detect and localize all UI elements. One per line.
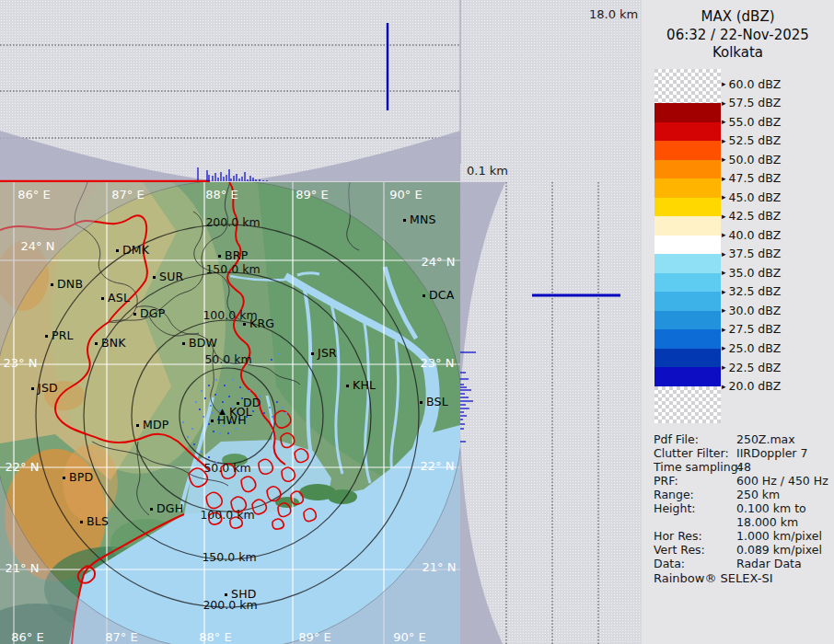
color-scale <box>654 69 721 423</box>
legend-tick-arrow-icon: ▸ <box>722 230 726 239</box>
legend-tick-arrow-icon: ▸ <box>722 98 726 108</box>
legend-color-block <box>654 273 721 293</box>
info-row-value: 600 Hz / 450 Hz <box>736 474 828 488</box>
info-row-value: IIRDoppler 7 <box>736 446 807 460</box>
legend-tick-label: ▸55.0 dBZ <box>722 115 781 129</box>
info-row-value: 18.000 km <box>736 515 798 529</box>
legend-tick-label: ▸45.0 dBZ <box>722 190 781 204</box>
legend-color-block <box>654 141 721 160</box>
legend-color-block <box>654 122 721 142</box>
legend-tick-arrow-icon: ▸ <box>722 117 726 126</box>
legend-color-block <box>654 178 721 198</box>
info-row-label: Hor Res: <box>654 529 702 543</box>
legend-panel: MAX (dBZ) 06:32 / 22-Nov-2025 Kolkata ▸6… <box>642 0 834 644</box>
legend-tick-arrow-icon: ▸ <box>722 343 726 352</box>
legend-block-below-range <box>654 386 721 423</box>
info-row-value: 250Z.max <box>736 432 795 446</box>
legend-tick-label: ▸42.5 dBZ <box>722 209 781 223</box>
radar-site-name: Kolkata <box>642 44 834 61</box>
legend-tick-arrow-icon: ▸ <box>722 249 726 259</box>
product-title: MAX (dBZ) <box>642 8 834 25</box>
legend-tick-label: ▸50.0 dBZ <box>722 153 781 167</box>
info-row-label: Clutter Filter: <box>654 446 729 460</box>
info-row-value: 0.089 km/pixel <box>736 543 822 557</box>
info-row-value: 48 <box>736 460 751 474</box>
info-row-value: 0.100 km to <box>736 501 806 515</box>
legend-tick-label: ▸60.0 dBZ <box>722 77 781 91</box>
product-datetime: 06:32 / 22-Nov-2025 <box>642 27 834 43</box>
legend-color-block <box>654 311 721 330</box>
info-row-value: 1.000 km/pixel <box>736 529 822 543</box>
legend-tick-label: ▸40.0 dBZ <box>722 228 781 242</box>
legend-tick-label: ▸47.5 dBZ <box>722 171 781 185</box>
legend-tick-arrow-icon: ▸ <box>722 136 726 145</box>
info-row-label: Time sampling: <box>654 460 742 474</box>
legend-tick-arrow-icon: ▸ <box>722 382 726 391</box>
legend-tick-arrow-icon: ▸ <box>722 79 726 88</box>
legend-color-block <box>654 292 721 311</box>
radar-application-window: MNSDMKBRPSURDNBASLDCADGPKRGPRLBNKBDWJSRK… <box>0 0 834 644</box>
info-row-label: Vert Res: <box>654 543 705 557</box>
legend-tick-arrow-icon: ▸ <box>722 325 726 334</box>
legend-tick-label: ▸27.5 dBZ <box>722 322 781 336</box>
legend-tick-arrow-icon: ▸ <box>722 155 726 164</box>
legend-tick-label: ▸22.5 dBZ <box>722 361 781 374</box>
legend-block-above-range <box>654 69 721 103</box>
legend-tick-arrow-icon: ▸ <box>722 174 726 183</box>
legend-tick-label: ▸32.5 dBZ <box>722 284 781 298</box>
info-row-label: PRF: <box>654 474 678 488</box>
legend-tick-arrow-icon: ▸ <box>722 268 726 277</box>
height-axis-origin-label: 0.1 km <box>467 165 508 178</box>
legend-color-block <box>654 254 721 273</box>
legend-color-block <box>654 349 721 368</box>
legend-color-block <box>654 367 721 386</box>
legend-tick-arrow-icon: ▸ <box>722 362 726 372</box>
legend-tick-arrow-icon: ▸ <box>722 212 726 221</box>
info-row-value: 250 km <box>736 488 780 501</box>
radar-map-display <box>0 182 460 644</box>
info-row-label: Pdf File: <box>654 432 699 446</box>
legend-tick-label: ▸37.5 dBZ <box>722 247 781 260</box>
legend-tick-label: ▸30.0 dBZ <box>722 304 781 317</box>
legend-tick-arrow-icon: ▸ <box>722 287 726 296</box>
legend-tick-label: ▸57.5 dBZ <box>722 96 781 109</box>
legend-color-block <box>654 103 721 122</box>
legend-color-block <box>654 198 721 217</box>
legend-color-block <box>654 216 721 236</box>
legend-tick-label: ▸25.0 dBZ <box>722 341 781 355</box>
info-row-label: Height: <box>654 501 696 515</box>
info-row-label: Range: <box>654 488 694 501</box>
info-row-label: Data: <box>654 557 685 570</box>
legend-tick-label: ▸35.0 dBZ <box>722 266 781 280</box>
legend-tick-arrow-icon: ▸ <box>722 305 726 315</box>
software-brand: Rainbow® SELEX-SI <box>654 571 773 585</box>
legend-color-block <box>654 236 721 255</box>
legend-tick-label: ▸52.5 dBZ <box>722 133 781 147</box>
legend-color-block <box>654 160 721 179</box>
legend-color-block <box>654 329 721 349</box>
info-row-value: Radar Data <box>736 557 802 570</box>
legend-tick-label: ▸20.0 dBZ <box>722 379 781 393</box>
height-axis-max-label: 18.0 km <box>589 8 638 21</box>
legend-tick-arrow-icon: ▸ <box>722 192 726 201</box>
